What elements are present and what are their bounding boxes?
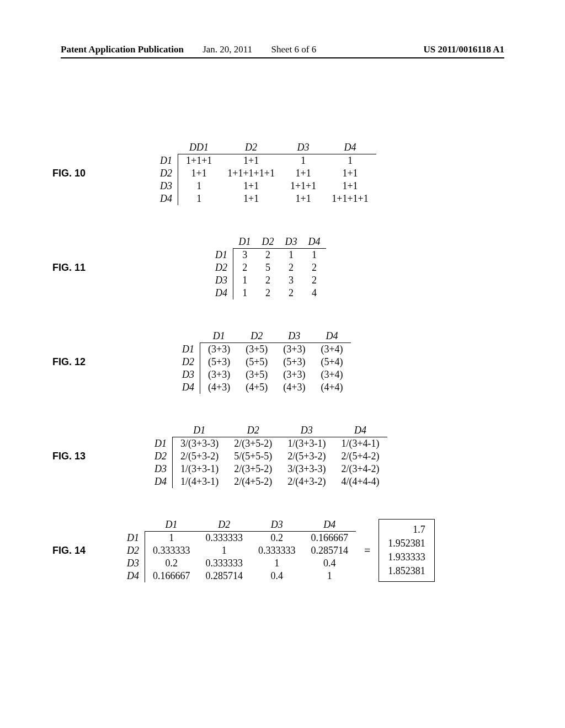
cell: 1: [233, 287, 257, 299]
col-hdr: D2: [198, 518, 251, 532]
cell: 1+1: [220, 154, 282, 168]
equals-sign: =: [364, 544, 370, 557]
cell: 1+1+1: [282, 180, 324, 192]
cell: 2/(3+5-2): [226, 463, 280, 475]
row-hdr: D2: [177, 356, 200, 368]
cell: 1: [178, 180, 220, 192]
cell: 2: [280, 287, 303, 299]
cell: 1/(3+4-1): [333, 437, 387, 451]
figures-area: FIG. 10 DD1D1 D2 D3 D4 D1 1+1+1 1+1 1: [33, 141, 532, 582]
cell: 1+1+1: [178, 154, 220, 168]
cell: 1+1: [220, 192, 282, 205]
cell: (3+4): [313, 368, 350, 381]
row-hdr: D1: [177, 343, 200, 356]
row-hdr: D1: [210, 249, 233, 262]
row-hdr: D4: [210, 287, 233, 299]
fig14-equation: D1 D2 D3 D4 D1 1 0.333333 0.2 0.166667 D…: [121, 518, 435, 582]
cell: 2/(4+3-2): [280, 475, 333, 488]
cell: 1+1: [178, 167, 220, 180]
cell: (4+3): [200, 381, 238, 394]
row-hdr: D2: [149, 450, 173, 463]
cell: (3+5): [238, 368, 275, 381]
cell: 3: [233, 249, 257, 262]
cell: 1: [145, 532, 198, 545]
cell: (3+4): [313, 343, 350, 356]
fig12-table-wrap: D1 D2 D3 D4 D1 (3+3) (3+5) (3+3) (3+4) D…: [177, 330, 351, 394]
cell: 1+1: [282, 167, 324, 180]
figure-12: FIG. 12 D1 D2 D3 D4 D1 (3+3) (3+5) (3+3): [33, 330, 532, 394]
fig14-matrix: D1 D2 D3 D4 D1 1 0.333333 0.2 0.166667 D…: [121, 518, 356, 582]
figure-14: FIG. 14 D1 D2 D3 D4 D1 1 0.333333 0.2: [33, 518, 532, 582]
cell: 1+1: [324, 167, 376, 180]
col-hdr: D4: [324, 141, 376, 154]
col-hdr: D1: [233, 235, 257, 249]
cell: 0.4: [303, 557, 356, 570]
figure-11: FIG. 11 D1 D2 D3 D4 D1 3 2 1 1: [33, 235, 532, 299]
vector-entry: 1.7: [388, 523, 425, 537]
cell: 2: [303, 274, 326, 287]
cell: 0.166667: [303, 532, 356, 545]
row-hdr: D2: [121, 544, 145, 557]
cell: (4+5): [238, 381, 275, 394]
cell: 1+1: [282, 192, 324, 205]
cell: 1+1: [220, 180, 282, 192]
cell: 1: [198, 544, 251, 557]
vector-entry: 1.952381: [388, 537, 425, 550]
col-hdr: D4: [303, 518, 356, 532]
cell: 0.2: [250, 532, 303, 545]
cell: 1/(3+3-1): [173, 463, 227, 475]
cell: 2/(3+5-2): [226, 437, 280, 451]
cell: 4: [303, 287, 326, 299]
page-header: Patent Application Publication Jan. 20, …: [61, 44, 504, 58]
cell: 1: [280, 249, 303, 262]
row-hdr: D1: [121, 532, 145, 545]
row-hdr: D3: [149, 463, 173, 475]
col-hdr: D3: [282, 141, 324, 154]
col-hdr: D3: [250, 518, 303, 532]
row-hdr: D4: [154, 192, 178, 205]
col-hdr: D2: [226, 424, 280, 437]
figure-label: FIG. 14: [33, 545, 105, 556]
cell: 2/(5+3-2): [280, 450, 333, 463]
figure-label: FIG. 10: [33, 168, 105, 179]
row-hdr: D2: [210, 261, 233, 274]
cell: 0.333333: [198, 557, 251, 570]
col-hdr: D3: [280, 424, 333, 437]
row-hdr: D2: [154, 167, 178, 180]
fig12-matrix: D1 D2 D3 D4 D1 (3+3) (3+5) (3+3) (3+4) D…: [177, 330, 351, 394]
document-number: US 2011/0016118 A1: [424, 44, 504, 55]
cell: (3+3): [275, 343, 313, 356]
vector-entry: 1.852381: [388, 564, 425, 578]
row-hdr: D1: [154, 154, 178, 168]
fig13-table-wrap: D1 D2 D3 D4 D1 3/(3+3-3) 2/(3+5-2) 1/(3+…: [149, 424, 387, 488]
row-hdr: D4: [177, 381, 200, 394]
cell: (5+3): [275, 356, 313, 368]
publication-type: Patent Application Publication: [61, 44, 184, 55]
cell: 0.333333: [198, 532, 251, 545]
cell: 2: [257, 249, 280, 262]
figure-label: FIG. 11: [33, 262, 105, 274]
col-hdr: D3: [280, 235, 303, 249]
cell: 0.285714: [303, 544, 356, 557]
cell: 1: [178, 192, 220, 205]
col-hdr: D1: [200, 330, 238, 343]
col-hdr: D1: [145, 518, 198, 532]
fig10-matrix: DD1D1 D2 D3 D4 D1 1+1+1 1+1 1 1 D2 1: [154, 141, 376, 205]
fig10-table-wrap: DD1D1 D2 D3 D4 D1 1+1+1 1+1 1 1 D2 1: [154, 141, 376, 205]
col-hdr: D4: [313, 330, 350, 343]
patent-figure-page: Patent Application Publication Jan. 20, …: [0, 0, 565, 728]
publication-date: Jan. 20, 2011: [202, 44, 252, 55]
cell: 1/(3+3-1): [280, 437, 333, 451]
cell: 1: [233, 274, 257, 287]
cell: (3+5): [238, 343, 275, 356]
cell: (3+3): [200, 368, 238, 381]
cell: (3+3): [275, 368, 313, 381]
cell: 2: [257, 274, 280, 287]
cell: 3/(3+3-3): [173, 437, 227, 451]
cell: 1: [282, 154, 324, 168]
cell: 1: [324, 154, 376, 168]
figure-10: FIG. 10 DD1D1 D2 D3 D4 D1 1+1+1 1+1 1: [33, 141, 532, 205]
cell: 4/(4+4-4): [333, 475, 387, 488]
cell: 2/(3+4-2): [333, 463, 387, 475]
row-hdr: D3: [154, 180, 178, 192]
